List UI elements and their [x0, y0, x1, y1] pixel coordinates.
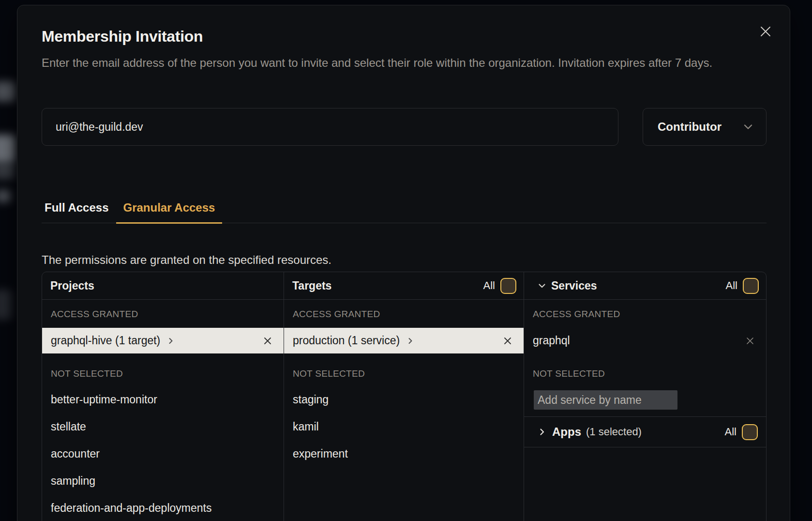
list-item[interactable]: kamil — [284, 413, 524, 440]
targets-not-selected-label: NOT SELECTED — [293, 368, 515, 380]
granted-service-name: graphql — [533, 334, 570, 347]
tab-full-access[interactable]: Full Access — [42, 198, 116, 224]
projects-column: Projects ACCESS GRANTED graphql-hive (1 … — [42, 272, 284, 521]
close-button[interactable] — [757, 23, 774, 40]
permissions-note: The permissions are granted on the speci… — [42, 253, 331, 267]
backdrop-blur-artifact — [0, 81, 15, 102]
access-tabs: Full Access Granular Access — [42, 198, 767, 223]
services-header-title: Services — [551, 279, 597, 292]
membership-invitation-dialog: Membership Invitation Enter the email ad… — [17, 5, 790, 521]
projects-not-selected-label: NOT SELECTED — [51, 368, 275, 380]
tab-granular-access[interactable]: Granular Access — [116, 198, 223, 224]
list-item[interactable]: better-uptime-monitor — [42, 386, 284, 413]
targets-all-label: All — [483, 279, 495, 292]
targets-access-granted-label: ACCESS GRANTED — [293, 308, 515, 320]
services-header[interactable]: Services All — [524, 272, 766, 300]
targets-header-title: Targets — [292, 279, 331, 292]
role-select[interactable]: Contributor — [643, 108, 767, 146]
dialog-description: Enter the email address of the person yo… — [42, 54, 755, 72]
list-item[interactable]: stellate — [42, 413, 284, 440]
remove-service-button[interactable] — [745, 336, 755, 346]
apps-section-toggle[interactable]: Apps (1 selected) All — [524, 416, 766, 447]
backdrop-blur-artifact — [0, 163, 15, 179]
x-icon — [262, 336, 273, 346]
backdrop-blur-artifact — [0, 290, 12, 320]
resources-panel: Projects ACCESS GRANTED graphql-hive (1 … — [42, 272, 767, 521]
apps-all-label: All — [725, 426, 737, 438]
list-item[interactable]: staging — [284, 386, 524, 413]
apps-all-checkbox[interactable] — [742, 424, 758, 440]
dialog-title: Membership Invitation — [42, 28, 203, 46]
chevron-right-icon — [406, 337, 414, 345]
backdrop-blur-artifact — [0, 190, 11, 202]
x-icon — [502, 336, 513, 346]
projects-not-selected-list: better-uptime-monitor stellate accounter… — [42, 386, 284, 521]
chevron-down-icon — [538, 281, 546, 290]
targets-all-checkbox[interactable] — [500, 278, 516, 294]
chevron-right-icon — [167, 337, 175, 345]
services-all-label: All — [726, 279, 737, 292]
granted-target-name: production (1 service) — [293, 334, 400, 347]
granted-project-row[interactable]: graphql-hive (1 target) — [42, 328, 284, 353]
targets-header: Targets All — [284, 272, 524, 300]
granted-target-row[interactable]: production (1 service) — [284, 328, 524, 353]
targets-not-selected-list: staging kamil experiment — [284, 386, 524, 467]
projects-header-title: Projects — [50, 279, 94, 292]
targets-column: Targets All ACCESS GRANTED production (1… — [284, 272, 524, 521]
email-field[interactable] — [42, 108, 618, 146]
list-item[interactable]: accounter — [42, 440, 284, 467]
role-select-value: Contributor — [658, 120, 722, 134]
add-service-input[interactable] — [534, 390, 677, 410]
apps-selected-count: (1 selected) — [586, 426, 642, 438]
services-not-selected-label: NOT SELECTED — [533, 368, 757, 380]
chevron-down-icon — [743, 122, 753, 132]
list-item[interactable]: federation-and-app-deployments — [42, 494, 284, 521]
list-item[interactable]: sampling — [42, 467, 284, 494]
services-column: Services All ACCESS GRANTED graphql NOT … — [524, 272, 766, 521]
services-access-granted-label: ACCESS GRANTED — [533, 308, 757, 320]
chevron-right-icon — [538, 428, 546, 436]
projects-access-granted-label: ACCESS GRANTED — [51, 308, 275, 320]
granted-service-row[interactable]: graphql — [524, 328, 766, 353]
services-all-checkbox[interactable] — [743, 278, 759, 294]
apps-label: Apps — [552, 425, 581, 439]
backdrop-blur-artifact — [0, 135, 15, 163]
remove-target-button[interactable] — [502, 336, 513, 346]
x-icon — [745, 336, 755, 346]
granted-project-name: graphql-hive (1 target) — [51, 334, 160, 347]
list-item[interactable]: experiment — [284, 440, 524, 467]
remove-project-button[interactable] — [262, 336, 273, 346]
close-icon — [758, 24, 773, 39]
projects-header: Projects — [42, 272, 284, 300]
